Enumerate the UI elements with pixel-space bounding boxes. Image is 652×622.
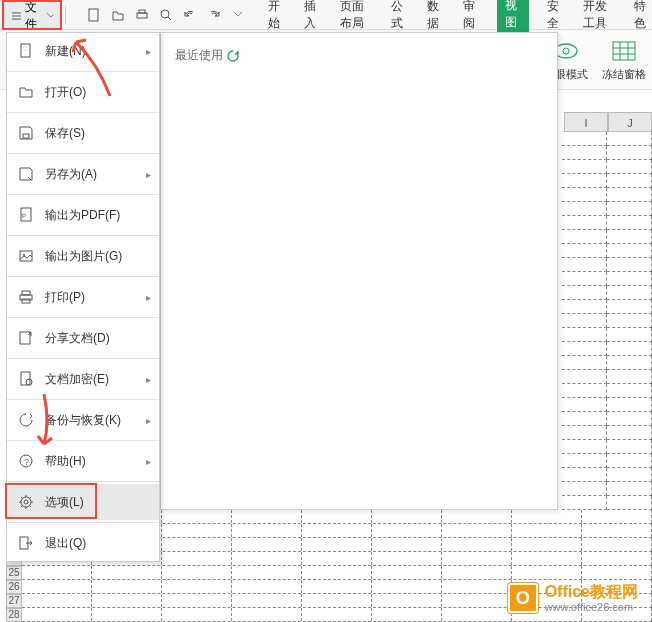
backup-icon	[17, 411, 35, 429]
divider	[65, 6, 66, 24]
chevron-right-icon: ▸	[146, 46, 151, 57]
menu-item-pdf[interactable]: P 输出为PDF(F)	[7, 197, 159, 233]
tab-security[interactable]: 安全	[545, 0, 565, 36]
gear-icon	[17, 493, 35, 511]
svg-point-22	[24, 500, 28, 504]
svg-point-3	[161, 10, 169, 18]
recent-files-panel: 最近使用	[160, 32, 558, 510]
menu-item-new[interactable]: 新建(N) ▸	[7, 33, 159, 69]
watermark-logo: O	[507, 582, 539, 614]
svg-rect-8	[23, 134, 29, 138]
chevron-down-icon	[47, 13, 53, 19]
menu-item-backup[interactable]: 备份与恢复(K) ▸	[7, 402, 159, 438]
grid-freeze-icon	[610, 37, 638, 65]
svg-text:?: ?	[24, 457, 29, 467]
tab-view[interactable]: 视图	[497, 0, 529, 36]
tab-layout[interactable]: 页面布局	[338, 0, 374, 36]
file-menu-button[interactable]: 文件	[4, 3, 61, 29]
image-export-icon	[17, 247, 35, 265]
svg-rect-2	[139, 10, 145, 13]
menu-item-options[interactable]: 选项(L)	[7, 484, 159, 520]
menu-item-image[interactable]: 输出为图片(G)	[7, 238, 159, 274]
help-icon: ?	[17, 452, 35, 470]
file-menu-dropdown: 新建(N) ▸ 打开(O) 保存(S) 另存为(A) ▸ P 输出为PDF(F)…	[6, 32, 160, 562]
open-folder-icon	[17, 83, 35, 101]
new-icon[interactable]	[86, 7, 102, 23]
menu-item-open[interactable]: 打开(O)	[7, 74, 159, 110]
tab-review[interactable]: 审阅	[461, 0, 481, 36]
undo-icon[interactable]	[182, 7, 198, 23]
tab-insert[interactable]: 插入	[302, 0, 322, 36]
column-headers: I J	[564, 112, 652, 132]
new-doc-icon	[17, 42, 35, 60]
chevron-right-icon: ▸	[146, 169, 151, 180]
preview-icon[interactable]	[158, 7, 174, 23]
menu-item-exit[interactable]: 退出(Q)	[7, 525, 159, 561]
svg-rect-0	[89, 9, 98, 21]
svg-rect-14	[22, 291, 30, 295]
file-label: 文件	[25, 0, 43, 33]
menu-item-help[interactable]: ? 帮助(H) ▸	[7, 443, 159, 479]
partial-grid: document.write(Array(27).fill('<div clas…	[562, 132, 652, 510]
chevron-down-icon[interactable]	[230, 7, 246, 23]
tab-data[interactable]: 数据	[425, 0, 445, 36]
svg-rect-1	[137, 13, 147, 18]
hamburger-icon	[12, 11, 21, 21]
row-header[interactable]: 25	[6, 566, 22, 580]
row-header[interactable]: 27	[6, 594, 22, 608]
chevron-right-icon: ▸	[146, 374, 151, 385]
svg-rect-17	[21, 372, 30, 385]
watermark-title: Office教程网	[545, 583, 638, 601]
svg-point-18	[26, 379, 32, 385]
save-as-icon	[17, 165, 35, 183]
watermark: O Office教程网 www.office26.com	[507, 582, 638, 614]
menu-item-share[interactable]: 分享文档(D)	[7, 320, 159, 356]
row-header[interactable]: 26	[6, 580, 22, 594]
ribbon-tabs: 开始 插入 页面布局 公式 数据 审阅 视图 安全 开发工具 特色	[266, 0, 652, 36]
menu-item-print[interactable]: 打印(P) ▸	[7, 279, 159, 315]
quick-access-toolbar	[86, 7, 246, 23]
row-header[interactable]: 28	[6, 608, 22, 622]
watermark-url: www.office26.com	[545, 601, 638, 613]
print-icon[interactable]	[134, 7, 150, 23]
svg-point-5	[563, 48, 569, 54]
exit-icon	[17, 534, 35, 552]
refresh-icon[interactable]	[227, 50, 239, 62]
col-header[interactable]: I	[564, 112, 608, 132]
svg-rect-6	[613, 42, 635, 60]
freeze-panes-button[interactable]: 冻结窗格	[602, 37, 646, 82]
chevron-right-icon: ▸	[146, 415, 151, 426]
save-disk-icon	[17, 124, 35, 142]
tab-special[interactable]: 特色	[632, 0, 652, 36]
tab-devtools[interactable]: 开发工具	[581, 0, 617, 36]
menu-item-encrypt[interactable]: 文档加密(E) ▸	[7, 361, 159, 397]
svg-text:P: P	[22, 213, 26, 219]
chevron-right-icon: ▸	[146, 456, 151, 467]
pdf-icon: P	[17, 206, 35, 224]
open-icon[interactable]	[110, 7, 126, 23]
menu-item-save[interactable]: 保存(S)	[7, 115, 159, 151]
printer-icon	[17, 288, 35, 306]
tab-start[interactable]: 开始	[266, 0, 286, 36]
recent-title: 最近使用	[175, 47, 543, 64]
redo-icon[interactable]	[206, 7, 222, 23]
svg-rect-11	[20, 251, 32, 261]
menu-item-saveas[interactable]: 另存为(A) ▸	[7, 156, 159, 192]
freeze-label: 冻结窗格	[602, 67, 646, 82]
svg-point-4	[555, 44, 577, 58]
share-icon	[17, 329, 35, 347]
tab-formula[interactable]: 公式	[389, 0, 409, 36]
encrypt-icon	[17, 370, 35, 388]
col-header[interactable]: J	[608, 112, 652, 132]
top-toolbar: 文件 开始 插入 页面布局 公式 数据 审阅 视图 安全 开发工具 特色	[0, 0, 652, 30]
chevron-right-icon: ▸	[146, 292, 151, 303]
